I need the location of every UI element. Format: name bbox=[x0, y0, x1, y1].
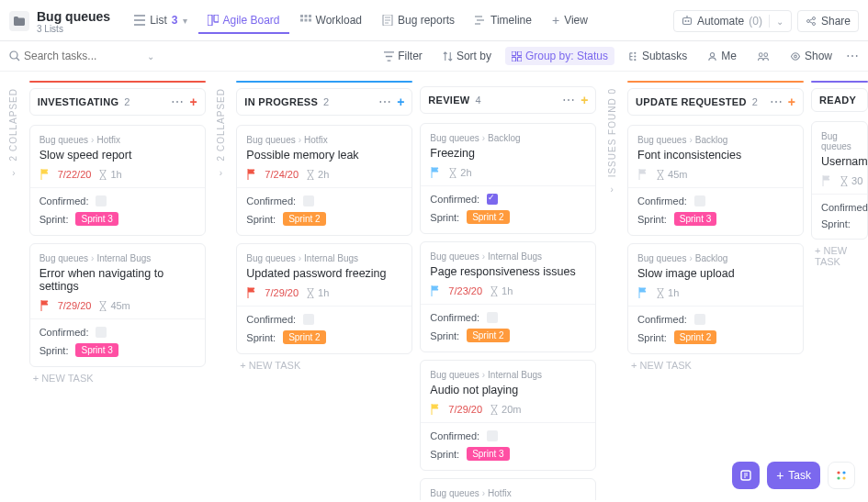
column-header[interactable]: READY bbox=[811, 88, 868, 112]
show-button[interactable]: Show bbox=[783, 47, 839, 65]
collapsed-group[interactable]: 2 COLLAPSED› bbox=[213, 84, 230, 491]
sprint-tag[interactable]: Sprint 3 bbox=[467, 447, 509, 461]
view-tab-reports[interactable]: Bug reports bbox=[373, 8, 464, 34]
chevron-down-icon[interactable]: ⌄ bbox=[147, 51, 154, 61]
add-task-icon[interactable]: + bbox=[397, 95, 404, 109]
sprint-tag[interactable]: Sprint 3 bbox=[674, 212, 716, 226]
task-card[interactable]: Bug queues›Internal BugsPage responsiven… bbox=[420, 241, 596, 352]
assignees-button[interactable] bbox=[750, 49, 776, 64]
view-tab-timeline[interactable]: Timeline bbox=[466, 8, 541, 34]
flag-icon[interactable] bbox=[637, 169, 648, 180]
groupby-button[interactable]: Group by: Status bbox=[505, 47, 614, 65]
sprint-tag[interactable]: Sprint 3 bbox=[75, 343, 118, 357]
flag-icon[interactable] bbox=[430, 167, 441, 178]
confirmed-checkbox[interactable] bbox=[487, 194, 498, 205]
column-menu[interactable]: ⋯ bbox=[562, 93, 575, 107]
time-estimate[interactable]: 20m bbox=[490, 404, 521, 415]
fab-task[interactable]: +Task bbox=[767, 462, 820, 489]
time-estimate[interactable]: 45m bbox=[656, 169, 687, 180]
filter-button[interactable]: Filter bbox=[378, 47, 429, 65]
sprint-tag[interactable]: Sprint 2 bbox=[283, 212, 325, 226]
due-date[interactable]: 7/29/20 bbox=[448, 404, 482, 415]
task-card[interactable]: Bug queues›HotfixSlow speed report7/22/2… bbox=[29, 125, 206, 236]
confirmed-checkbox[interactable] bbox=[487, 430, 498, 441]
confirmed-checkbox[interactable] bbox=[96, 195, 107, 206]
folder-icon[interactable] bbox=[9, 11, 29, 31]
new-task-button[interactable]: + NEW TASK bbox=[811, 240, 868, 273]
column-header[interactable]: IN PROGRESS2⋯+ bbox=[236, 88, 412, 116]
task-card[interactable]: Bug queues›Internal BugsUpdated password… bbox=[236, 243, 412, 354]
collapsed-group[interactable]: 2 COLLAPSED› bbox=[6, 84, 22, 491]
sprint-tag[interactable]: Sprint 2 bbox=[674, 330, 716, 344]
new-task-button[interactable]: + NEW TASK bbox=[236, 354, 412, 376]
confirmed-checkbox[interactable] bbox=[694, 195, 705, 206]
time-estimate[interactable]: 2h bbox=[306, 169, 329, 180]
view-tab-list[interactable]: List 3 ▾ bbox=[125, 8, 196, 34]
time-estimate[interactable]: 30 bbox=[840, 175, 862, 186]
time-estimate[interactable]: 1h bbox=[98, 169, 121, 180]
share-button[interactable]: Share bbox=[797, 10, 859, 32]
view-tab-board[interactable]: Agile Board bbox=[198, 8, 289, 34]
new-task-button[interactable]: + NEW TASK bbox=[29, 367, 206, 389]
flag-icon[interactable] bbox=[246, 287, 257, 298]
flag-icon[interactable] bbox=[637, 287, 648, 298]
new-task-button[interactable]: + NEW TASK bbox=[627, 354, 804, 376]
task-card[interactable]: Bug queues›BacklogFont inconsistencies45… bbox=[627, 125, 804, 236]
sprint-tag[interactable]: Sprint 2 bbox=[283, 330, 325, 344]
sprint-tag[interactable]: Sprint 2 bbox=[467, 329, 509, 342]
time-estimate[interactable]: 1h bbox=[490, 285, 513, 296]
due-date[interactable]: 7/22/20 bbox=[58, 169, 92, 180]
sprint-tag[interactable]: Sprint 3 bbox=[75, 212, 118, 226]
time-estimate[interactable]: 1h bbox=[306, 287, 329, 298]
add-task-icon[interactable]: + bbox=[189, 95, 197, 109]
flag-icon[interactable] bbox=[430, 285, 441, 296]
column-menu[interactable]: ⋯ bbox=[770, 95, 783, 109]
task-card[interactable]: Bug queues›HotfixPossible memory leak7/2… bbox=[236, 125, 412, 236]
board-column: IN PROGRESS2⋯+Bug queues›HotfixPossible … bbox=[236, 81, 412, 491]
more-menu[interactable]: ⋯ bbox=[846, 49, 859, 63]
due-date[interactable]: 7/23/20 bbox=[448, 285, 482, 296]
column-menu[interactable]: ⋯ bbox=[171, 95, 184, 109]
task-card[interactable]: Bug queues›HotfixCannot log in7/24/2045m… bbox=[420, 478, 596, 500]
confirmed-checkbox[interactable] bbox=[303, 314, 314, 325]
add-view[interactable]: + View bbox=[543, 7, 597, 35]
sprint-tag[interactable]: Sprint 2 bbox=[467, 210, 509, 224]
me-button[interactable]: Me bbox=[701, 47, 743, 65]
add-task-icon[interactable]: + bbox=[788, 95, 795, 109]
confirmed-row: Confirmed: bbox=[637, 195, 794, 206]
flag-icon[interactable] bbox=[246, 169, 257, 180]
fab-note[interactable] bbox=[732, 462, 760, 489]
fab-apps[interactable] bbox=[828, 462, 855, 489]
due-date[interactable]: 7/24/20 bbox=[265, 169, 299, 180]
sortby-button[interactable]: Sort by bbox=[436, 47, 498, 65]
due-date[interactable]: 7/29/20 bbox=[265, 287, 299, 298]
subtasks-button[interactable]: Subtasks bbox=[622, 47, 693, 65]
task-card[interactable]: Bug queues›Internal BugsError when navig… bbox=[29, 243, 206, 367]
collapsed-group[interactable]: ISSUES FOUND 0› bbox=[603, 84, 620, 491]
confirmed-checkbox[interactable] bbox=[694, 314, 705, 325]
confirmed-checkbox[interactable] bbox=[96, 327, 107, 338]
task-card[interactable]: Bug queues›BacklogFreezing2hConfirmed:Sp… bbox=[420, 123, 596, 234]
robot-icon bbox=[682, 16, 693, 27]
task-card[interactable]: Bug queues›BacklogSlow image upload1hCon… bbox=[627, 243, 804, 354]
search-input[interactable] bbox=[24, 50, 116, 62]
view-tab-workload[interactable]: Workload bbox=[291, 8, 371, 34]
time-estimate[interactable]: 1h bbox=[656, 287, 679, 298]
flag-icon[interactable] bbox=[39, 300, 51, 311]
column-menu[interactable]: ⋯ bbox=[378, 95, 391, 109]
flag-icon[interactable] bbox=[821, 175, 832, 186]
time-estimate[interactable]: 45m bbox=[98, 300, 130, 311]
column-header[interactable]: UPDATE REQUESTED2⋯+ bbox=[627, 88, 804, 116]
task-card[interactable]: Bug queues›Internal BugsAudio not playin… bbox=[420, 360, 596, 471]
due-date[interactable]: 7/29/20 bbox=[58, 300, 92, 311]
confirmed-checkbox[interactable] bbox=[303, 195, 314, 206]
add-task-icon[interactable]: + bbox=[581, 93, 588, 107]
confirmed-checkbox[interactable] bbox=[487, 312, 498, 323]
flag-icon[interactable] bbox=[39, 169, 51, 180]
task-card[interactable]: Bug queuesUsernam30Confirmed:Sprint: bbox=[811, 121, 868, 240]
automate-button[interactable]: Automate (0) ⌄ bbox=[673, 10, 792, 32]
time-estimate[interactable]: 2h bbox=[448, 167, 471, 178]
column-header[interactable]: INVESTIGATING2⋯+ bbox=[29, 88, 206, 116]
column-header[interactable]: REVIEW4⋯+ bbox=[420, 86, 596, 114]
flag-icon[interactable] bbox=[430, 404, 441, 415]
